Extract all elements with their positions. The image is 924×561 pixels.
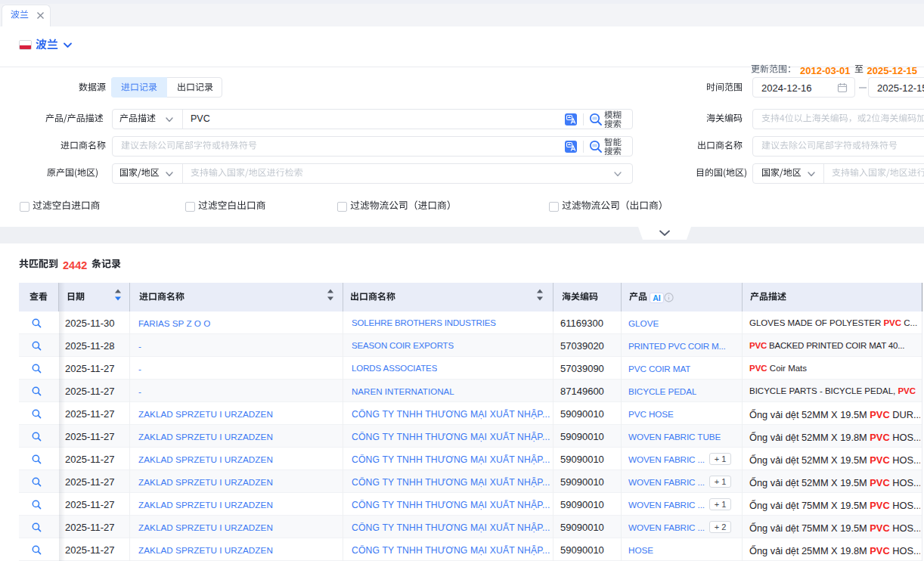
- svg-text:AI: AI: [653, 293, 661, 302]
